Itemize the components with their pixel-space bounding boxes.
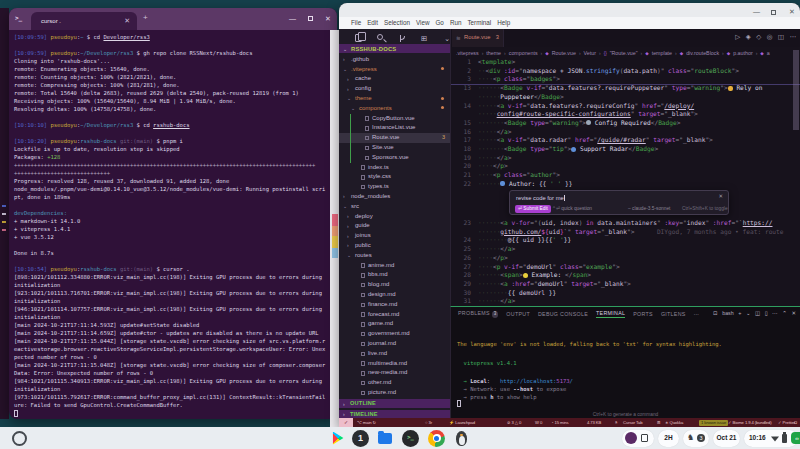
menu-item-terminal[interactable]: Terminal xyxy=(467,19,491,26)
tree-item-finance-md[interactable]: finance.md xyxy=(339,299,450,309)
tree-item-theme[interactable]: ⌄theme xyxy=(339,94,450,104)
status-item[interactable]: ⌥ main ↻ xyxy=(357,420,376,425)
tree-item-design-md[interactable]: design.md xyxy=(339,290,450,300)
tree-item-site-vue[interactable]: Site.vue xyxy=(339,143,450,153)
panel-tab-problems[interactable]: PROBLEMS3 xyxy=(458,310,498,318)
terminal-maximize-button[interactable] xyxy=(308,16,313,21)
tree-item-journal-md[interactable]: journal.md xyxy=(339,339,450,349)
launcher-button[interactable] xyxy=(12,431,27,446)
close-icon[interactable]: ✕ xyxy=(718,193,723,199)
terminal-new-tab-button[interactable]: + xyxy=(143,13,148,22)
status-item[interactable]: ⊘ 3 △ 0 xyxy=(507,420,521,425)
split-terminal-icon[interactable]: ⌄ xyxy=(746,310,751,316)
chrome-icon[interactable] xyxy=(428,430,445,447)
run-icon[interactable]: ▷ xyxy=(735,33,740,41)
panel-tab-ports[interactable]: PORTS xyxy=(633,311,653,317)
linux-penguin-icon[interactable] xyxy=(453,430,470,447)
breadcrumb-item[interactable]: "Route.vue" xyxy=(610,50,638,56)
editor-tab-route-vue[interactable]: ≋ Route.vue 3 xyxy=(452,29,504,47)
tree-item-multimedia-md[interactable]: multimedia.md xyxy=(339,358,450,368)
tree-item-public[interactable]: ›public xyxy=(339,241,450,251)
terminal-close-button[interactable]: ✕ xyxy=(325,14,331,24)
menu-item-view[interactable]: View xyxy=(416,19,430,26)
terminal-output[interactable]: [10:09:59] pseudoyu:~ $ cd Developer/rss… xyxy=(9,30,337,419)
play-store-icon[interactable] xyxy=(329,430,346,447)
tree-item-routes[interactable]: ⌄routes xyxy=(339,250,450,260)
tree-item-bbs-md[interactable]: bbs.md xyxy=(339,270,450,280)
tree-item-deploy[interactable]: ›deploy xyxy=(339,211,450,221)
terminal-tab[interactable]: cursor . ✕ xyxy=(31,12,137,30)
tree-item-node-modules[interactable]: ›node_modules xyxy=(339,192,450,202)
source-control-icon[interactable] xyxy=(399,34,406,43)
status-item[interactable]: ◔ 15 mins xyxy=(551,420,568,425)
tree-item-anime-md[interactable]: anime.md xyxy=(339,260,450,270)
tree-item-live-md[interactable]: live.md xyxy=(339,348,450,358)
tree-item--vitepress[interactable]: ⌄.vitepress xyxy=(339,64,450,74)
breadcrumb-item[interactable]: Route.vue xyxy=(552,50,576,56)
remote-indicator[interactable]: ✓ xyxy=(339,418,353,427)
tree-item-sponsors-vue[interactable]: Sponsors.vue xyxy=(339,152,450,162)
terminal-minimize-button[interactable]: — xyxy=(289,14,296,24)
tree-item-src[interactable]: ⌄src xyxy=(339,201,450,211)
breadcrumb-item[interactable]: a xyxy=(767,50,770,56)
terminal-tab-close-icon[interactable]: ✕ xyxy=(124,17,130,25)
breadcrumb-item[interactable]: theme xyxy=(486,50,501,56)
editor-scrollbar[interactable] xyxy=(793,50,799,130)
tree-item-index-ts[interactable]: index.ts xyxy=(339,162,450,172)
tree-item-components[interactable]: ⌄components xyxy=(339,103,450,113)
tree-item-style-css[interactable]: style.css xyxy=(339,172,450,182)
breadcrumb-item[interactable]: components xyxy=(509,50,538,56)
tree-item-config[interactable]: ›config xyxy=(339,84,450,94)
ai-prompt-input[interactable]: revise code for me xyxy=(516,195,565,201)
vscode-maximize-button[interactable] xyxy=(771,10,776,15)
close-panel-icon[interactable]: ✕ xyxy=(791,310,796,316)
tree-item-instancelist-vue[interactable]: InstanceList.vue xyxy=(339,123,450,133)
tree-item-guide[interactable]: ›guide xyxy=(339,221,450,231)
status-item[interactable]: ✓ Biome 1.9.4 (bundled) xyxy=(728,420,772,425)
vscode-close-button[interactable]: ✕ xyxy=(789,8,795,16)
breadcrumb-item[interactable]: template xyxy=(652,50,672,56)
status-item[interactable]: 4.73 KB xyxy=(587,420,601,425)
tree-item-joinus[interactable]: ›joinus xyxy=(339,231,450,241)
breadcrumb-item[interactable]: p.author xyxy=(733,50,752,56)
status-known-issue[interactable]: 1 known issue xyxy=(699,420,728,426)
tree-item-other-md[interactable]: other.md xyxy=(339,378,450,388)
tree-item-government-md[interactable]: government.md xyxy=(339,329,450,339)
status-item[interactable]: ○ 3r xyxy=(425,420,432,425)
kill-terminal-icon[interactable]: ▯ xyxy=(765,310,768,316)
tree-item-picture-md[interactable]: picture.md xyxy=(339,388,450,398)
occluded-window-sliver[interactable] xyxy=(330,30,339,427)
vscode-minimize-button[interactable]: — xyxy=(753,8,760,15)
background-window-sliver[interactable] xyxy=(0,8,9,419)
tree-item-types-ts[interactable]: types.ts xyxy=(339,182,450,192)
breadcrumb-item[interactable]: Vetur xyxy=(584,50,596,56)
tray-app-notification[interactable] xyxy=(622,430,654,447)
menu-item-help[interactable]: Help xyxy=(497,19,510,26)
tree-item-cache[interactable]: ›cache xyxy=(339,74,450,84)
panel-tab-output[interactable]: OUTPUT xyxy=(506,311,530,317)
menu-item-file[interactable]: File xyxy=(351,19,361,26)
tray-status-area[interactable]: 10:16 ‹› xyxy=(744,430,798,447)
panel-tab--[interactable]: ⋯ xyxy=(694,311,700,317)
menu-item-edit[interactable]: Edit xyxy=(367,19,378,26)
status-item[interactable]: § xyxy=(615,420,617,425)
tree-item-blog-md[interactable]: blog.md xyxy=(339,280,450,290)
tree-item-copybutton-vue[interactable]: CopyButton.vue xyxy=(339,113,450,123)
outline-section-header[interactable]: › OUTLINE xyxy=(339,399,450,408)
tray-notification-icons[interactable]: ♞ 3 xyxy=(683,430,709,447)
record-icon[interactable]: ◎ xyxy=(767,33,773,41)
maximize-panel-icon[interactable]: ⌃ xyxy=(782,310,787,316)
launch-profile-icon[interactable]: ◫ xyxy=(755,310,760,316)
terminal-titlebar[interactable]: >_ cursor . ✕ + — ✕ xyxy=(9,8,337,30)
1password-icon[interactable]: 1 xyxy=(352,430,369,447)
files-icon[interactable] xyxy=(355,34,362,42)
panel-tab-debug-console[interactable]: DEBUG CONSOLE xyxy=(538,311,588,317)
panel-tab-terminal[interactable]: TERMINAL xyxy=(596,310,625,319)
model-selector[interactable]: – claude-3.5-sonnet xyxy=(628,206,670,211)
tray-date-pill[interactable]: Oct 21 xyxy=(713,430,740,447)
explorer-section-header[interactable]: ⌄ RSSHUB-DOCS xyxy=(339,44,450,54)
breadcrumb[interactable]: .vitepress›theme›components›◆Route.vue›V… xyxy=(456,48,770,58)
submit-edit-button[interactable]: ⏎ Submit Edit xyxy=(515,205,551,213)
status-item[interactable]: ✓ Prettier xyxy=(778,420,795,425)
search-icon[interactable] xyxy=(377,34,383,40)
